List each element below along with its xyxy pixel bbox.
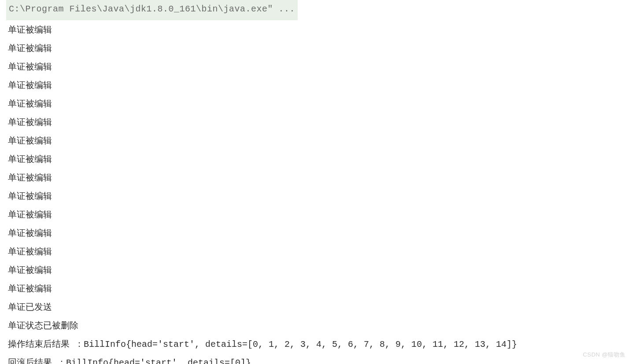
output-line: 单证被编辑 (8, 95, 631, 114)
command-header: C:\Program Files\Java\jdk1.8.0_161\bin\j… (6, 0, 298, 20)
watermark: CSDN @猫吻鱼 (583, 349, 626, 360)
output-line: 单证被编辑 (8, 261, 631, 280)
output-line: 回滚后结果 ：BillInfo{head='start', details=[0… (8, 354, 631, 364)
output-line: 单证被编辑 (8, 280, 631, 298)
output-line: 操作结束后结果 ：BillInfo{head='start', details=… (8, 335, 631, 354)
console-output: 单证被编辑 单证被编辑 单证被编辑 单证被编辑 单证被编辑 单证被编辑 单证被编… (8, 21, 631, 364)
output-line: 单证已发送 (8, 298, 631, 317)
output-line: 单证被编辑 (8, 21, 631, 40)
output-line: 单证被编辑 (8, 77, 631, 95)
output-line: 单证被编辑 (8, 40, 631, 58)
output-line: 单证被编辑 (8, 243, 631, 261)
output-line: 单证被编辑 (8, 132, 631, 151)
output-line: 单证被编辑 (8, 224, 631, 243)
output-line: 单证被编辑 (8, 114, 631, 132)
output-line: 单证被编辑 (8, 151, 631, 169)
output-line: 单证被编辑 (8, 188, 631, 206)
output-line: 单证状态已被删除 (8, 317, 631, 335)
output-line: 单证被编辑 (8, 58, 631, 77)
output-line: 单证被编辑 (8, 169, 631, 188)
output-line: 单证被编辑 (8, 206, 631, 224)
